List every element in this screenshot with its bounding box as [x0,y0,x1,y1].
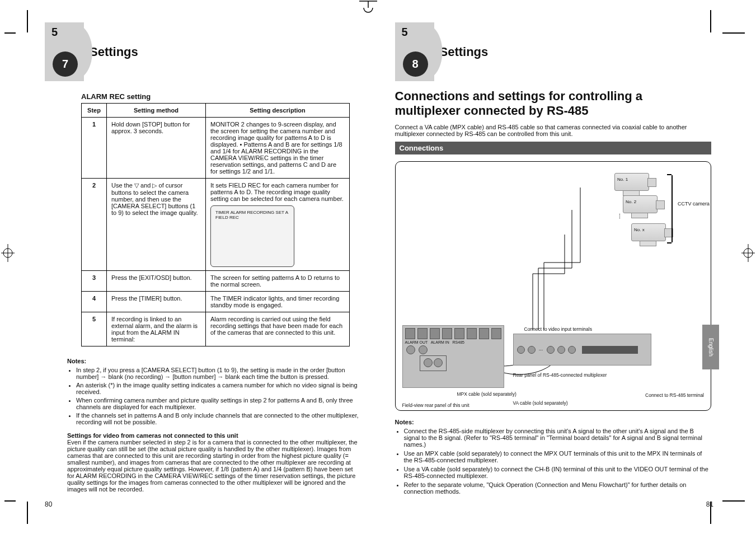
col-method: Setting method [107,104,206,118]
monitor-line: FIELD REC [215,216,290,221]
caption: Connect to RS-485 terminal [645,392,704,398]
notes-list: Connect the RS-485-side multiplexer by c… [404,428,712,495]
row-desc: The screen for setting patterns A to D r… [206,271,350,292]
badge-step: 5 [402,26,408,39]
list-item: In step 2, if you press a [CAMERA SELECT… [76,367,361,380]
list-item: An asterisk (*) in the image quality set… [76,382,361,395]
camera-label: No. 1 [617,177,628,182]
row-desc: MONITOR 2 changes to 9-screen display, a… [206,118,350,179]
settings-note-title: Settings for video from cameras not conn… [67,432,361,439]
row-num: 4 [82,292,107,312]
down-arrow-icon: ▽ [134,182,139,189]
table-row: 3 Press the [EXIT/OSD] button. The scree… [82,271,350,292]
row-method: Press the [TIMER] button. [107,292,206,312]
badge-number: 8 [403,51,428,77]
badge-step: 5 [51,26,58,39]
notes-list: In step 2, if you press a [CAMERA SELECT… [76,367,361,425]
brace-icon [672,175,673,242]
list-item: When confirming camera number and pictur… [76,397,361,410]
list-item: Use an MPX cable (sold separately) to co… [404,450,712,463]
monitor-illustration: TIMER ALARM RECORDING SET A FIELD REC [210,205,294,267]
badge-number: 7 [53,51,78,77]
camera-icon: No. x [631,223,666,241]
row-method: Hold down [STOP] button for approx. 3 se… [107,118,206,179]
row-desc: The TIMER indicator lights, and timer re… [206,292,350,312]
list-item: Use a VA cable (sold separately) to conn… [404,466,712,479]
section-title: Settings [90,45,138,59]
ellipsis-icon: ··· [616,213,624,219]
section-title: Settings [440,45,489,59]
row-num: 1 [82,118,107,179]
text: Use the [111,182,134,189]
col-desc: Setting description [206,104,350,118]
crop-mark [710,10,722,32]
table-row: 1 Hold down [STOP] button for approx. 3 … [82,118,350,179]
row-desc: It sets FIELD REC for each camera number… [206,179,350,271]
row-method: If recording is linked to an external al… [107,312,206,346]
camera-label: No. 2 [626,199,636,204]
row-method: Press the [EXIT/OSD] button. [107,271,206,292]
connection-diagram: No. 1 No. 2 ··· No. x CCTV camera AL [395,161,712,411]
page-number: 81 [706,500,713,508]
bar-heading: Connections [395,142,712,154]
row-desc: Alarm recording is carried out using the… [206,312,350,346]
section-badge: 5 7 [45,22,84,81]
table-row: 4 Press the [TIMER] button. The TIMER in… [82,292,350,312]
col-step: Step [82,104,107,118]
text: It sets FIELD REC for each camera number… [210,182,344,202]
registration-mark-icon [0,243,16,263]
settings-note-body: Even if the camera number selected in st… [67,439,361,493]
brace-label: CCTV camera [678,201,710,207]
steps-table: Step Setting method Setting description … [81,103,350,346]
registration-mark-icon [740,243,756,263]
mux-rear-panel: ··· [513,334,651,366]
camera-icon: No. 2 [623,195,658,213]
camera-icon: No. 1 [614,173,649,191]
list-item: Connect the RS-485-side multiplexer by c… [404,428,712,448]
page-number: 80 [45,500,52,508]
text: and [140,182,152,189]
crop-mark [16,10,28,32]
row-num: 5 [82,312,107,346]
right-arrow-icon: ▷ [152,182,157,189]
caption: Rear panel of RS-485-connected multiplex… [513,372,607,378]
caption: Field-view rear panel of this unit [402,402,469,408]
list-item: If the channels set in patterns A and B … [76,412,361,425]
dvr-rear-panel: ALARM OUT ALARM IN RS485 [402,325,504,388]
table-row: 2 Use the ▽ and ▷ of cursor buttons to s… [82,179,350,271]
crop-mark [16,502,28,524]
row-method: Use the ▽ and ▷ of cursor buttons to sel… [107,179,206,271]
caption: Connect to video input terminals [524,326,592,332]
row-num: 3 [82,271,107,292]
language-tab: English [702,325,719,369]
notes-title: Notes: [67,358,361,364]
row-num: 2 [82,179,107,271]
list-item: Refer to the separate volume, "Quick Ope… [404,481,712,495]
notes-title: Notes: [395,419,712,425]
registration-mark-icon [358,0,378,13]
page-title: Connections and settings for controlling… [395,89,712,118]
camera-label: No. x [634,227,645,232]
table-row: 5 If recording is linked to an external … [82,312,350,346]
caption: MPX cable (sold separately) [457,391,516,397]
table-title: ALARM REC setting [81,92,361,101]
section-badge: 5 8 [395,22,434,81]
intro-text: Connect a VA cable (MPX cable) and RS-48… [395,124,712,137]
caption: VA cable (sold separately) [513,400,568,406]
